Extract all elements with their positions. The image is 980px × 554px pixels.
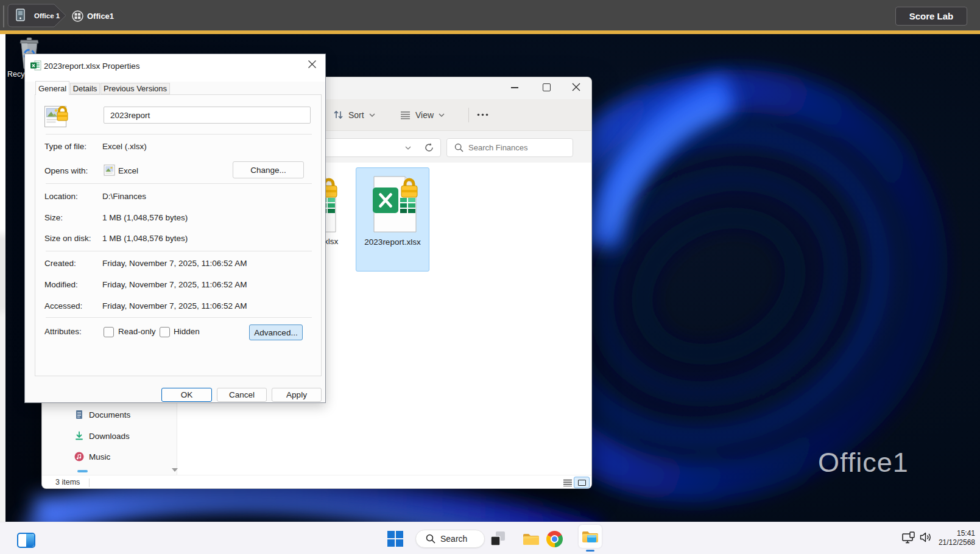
active-folder-icon (582, 530, 599, 543)
sidebar-item-downloads[interactable]: Downloads (42, 427, 177, 445)
toolbar-divider (468, 108, 469, 122)
row-value: 1 MB (1,048,576 bytes) (102, 233, 188, 244)
close-button[interactable] (572, 83, 580, 91)
sidebar-item-label: Music (89, 452, 110, 461)
session-globe-icon[interactable] (72, 10, 83, 22)
recycle-bin-label: Recy (7, 70, 24, 79)
change-button[interactable]: Change... (233, 161, 304, 178)
score-lab-button[interactable]: Score Lab (895, 7, 967, 26)
item-count: 3 items (55, 478, 80, 486)
sidebar-item-label: Downloads (89, 432, 130, 441)
start-button[interactable] (387, 531, 403, 547)
opens-with-icon (104, 164, 115, 176)
apply-button[interactable]: Apply (272, 388, 322, 402)
row-label: Accessed: (44, 301, 82, 312)
taskbar-search-icon (426, 534, 435, 544)
dialog-title: 2023report.xlsx Properties (44, 61, 140, 72)
row-value: Friday, November 7, 2025, 11:06:52 AM (102, 258, 247, 269)
thumbnail-view-icon (578, 480, 586, 486)
network-tray-icon[interactable] (902, 531, 917, 545)
active-app-indicator (586, 550, 594, 552)
excel-doc-icon (30, 60, 41, 71)
maximize-button[interactable] (543, 83, 551, 91)
machine-tab-label[interactable]: Office 1 (34, 12, 60, 19)
taskbar: Search 15:41 21/12/2568 (0, 522, 980, 554)
search-box[interactable] (446, 138, 573, 157)
dialog-close-icon[interactable] (308, 60, 317, 69)
view-icon (400, 111, 411, 119)
readonly-checkbox[interactable] (104, 327, 114, 337)
excel-file-icon (372, 175, 420, 234)
minimize-button[interactable] (511, 87, 518, 88)
sort-icon (333, 110, 344, 120)
row-value: D:\Finances (102, 191, 146, 202)
view-button[interactable]: View (400, 99, 445, 130)
chrome-center-blue (552, 536, 557, 542)
file-explorer-icon[interactable] (523, 532, 540, 545)
row-label: Modified: (44, 279, 78, 290)
sort-button[interactable]: Sort (333, 99, 375, 130)
address-chevron-icon[interactable] (405, 146, 411, 150)
downloads-icon (74, 431, 84, 441)
row-label: Created: (44, 258, 76, 269)
row-label: Type of file: (44, 141, 86, 152)
taskbar-search-label: Search (440, 534, 467, 544)
list-view-toggle[interactable] (563, 479, 572, 486)
sidebar-scroll-down-icon[interactable] (172, 468, 178, 472)
advanced-button[interactable]: Advanced... (249, 324, 303, 340)
hidden-label: Hidden (174, 326, 200, 337)
file-tile-selected[interactable]: 2023report.xlsx (356, 167, 429, 272)
row-label: Opens with: (44, 166, 88, 177)
row-value: Excel (.xlsx) (102, 141, 147, 152)
view-chevron-icon (439, 113, 445, 117)
documents-icon (74, 410, 84, 419)
clock-date: 21/12/2568 (939, 538, 975, 547)
sort-chevron-icon (369, 113, 375, 117)
view-label: View (415, 110, 434, 120)
desktop-left-strip (0, 34, 5, 522)
topbar-divider (3, 5, 4, 27)
desktop-watermark: Office1 (818, 447, 922, 479)
readonly-label: Read-only (118, 326, 156, 337)
row-value: Friday, November 7, 2025, 11:06:52 AM (102, 279, 247, 290)
thumbnail-view-toggle[interactable] (574, 477, 590, 488)
chrome-icon[interactable] (546, 531, 563, 547)
session-tab-label[interactable]: Office1 (87, 12, 114, 21)
tab-details[interactable]: Details (70, 83, 100, 94)
hidden-checkbox[interactable] (160, 327, 170, 337)
more-options-button[interactable] (477, 113, 489, 116)
cancel-button[interactable]: Cancel (217, 388, 267, 402)
task-view-icon[interactable] (490, 531, 506, 546)
file-label: xlsx (324, 237, 338, 246)
row-label: Size: (44, 212, 63, 223)
sidebar-item-partial-icon (77, 470, 88, 472)
widgets-icon[interactable] (17, 533, 35, 548)
taskbar-search[interactable]: Search (415, 530, 485, 548)
row-label: Size on disk: (44, 233, 91, 244)
top-bar: Office 1 Office1 Score Lab (0, 0, 980, 34)
file-label: 2023report.xlsx (356, 237, 429, 247)
tab-previous-versions[interactable]: Previous Versions (100, 83, 170, 94)
clock-time: 15:41 (939, 529, 975, 538)
sort-label: Sort (348, 110, 364, 120)
search-input[interactable] (468, 143, 566, 152)
filename-input[interactable] (104, 107, 311, 124)
clock[interactable]: 15:41 21/12/2568 (939, 529, 975, 547)
row-value: 1 MB (1,048,576 bytes) (102, 212, 188, 223)
properties-dialog: 2023report.xlsx Properties General Detai… (24, 54, 326, 403)
row-label: Attributes: (44, 326, 82, 337)
ok-button[interactable]: OK (161, 388, 212, 402)
refresh-icon[interactable] (424, 142, 434, 153)
dialog-general-panel: Type of file: Excel (.xlsx) Opens with: … (35, 94, 322, 376)
row-value: Excel (118, 166, 138, 177)
sidebar-item-music[interactable]: Music (42, 447, 177, 466)
explorer-statusbar: 3 items (42, 475, 591, 489)
sidebar-item-label: Documents (89, 410, 130, 419)
row-label: Location: (44, 191, 78, 202)
sidebar-item-documents[interactable]: Documents (42, 405, 177, 424)
row-value: Friday, November 7, 2025, 11:06:52 AM (102, 301, 247, 312)
search-icon (454, 143, 464, 152)
active-app-tile[interactable] (579, 525, 602, 548)
tab-general[interactable]: General (35, 81, 69, 95)
volume-tray-icon[interactable] (920, 532, 932, 542)
